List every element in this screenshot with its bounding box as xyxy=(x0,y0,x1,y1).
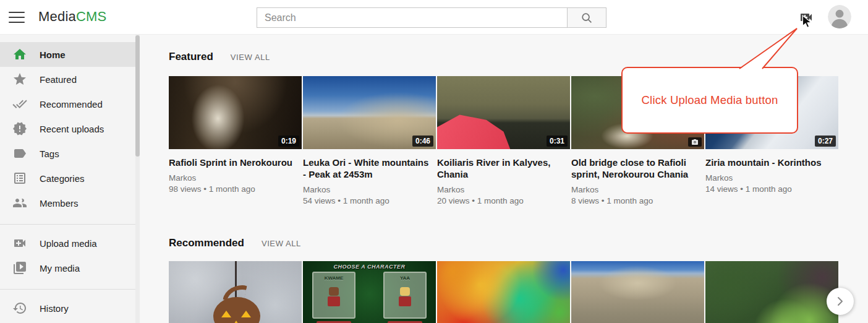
video-title[interactable]: Rafioli Sprint in Nerokourou xyxy=(169,157,298,168)
video-thumbnail[interactable]: 0:19 xyxy=(169,76,302,149)
video-card: 0:31 Koiliaris River in Kalyves, Chania … xyxy=(437,76,570,213)
star-icon xyxy=(12,72,27,87)
sidebar-item-label: Home xyxy=(40,50,66,60)
video-thumbnail[interactable] xyxy=(169,261,302,323)
chevron-right-icon xyxy=(835,296,846,307)
duration-badge: 0:19 xyxy=(278,136,299,147)
video-card: CHOOSE A CHARACTER KWAME YAA Selected Se… xyxy=(303,261,436,323)
video-card: 0:19 Rafioli Sprint in Nerokourou Markos… xyxy=(169,76,302,213)
game-heading: CHOOSE A CHARACTER xyxy=(303,264,436,270)
video-card xyxy=(437,261,570,323)
logo-text-media: Media xyxy=(38,9,76,24)
sidebar-item-label: Upload media xyxy=(40,238,97,249)
video-title[interactable]: Old bridge close to Rafioli sprint, Nero… xyxy=(571,157,700,180)
video-thumbnail[interactable] xyxy=(571,261,704,323)
sidebar-item-label: Members xyxy=(40,198,79,209)
sidebar-item-history[interactable]: History xyxy=(0,296,140,321)
video-library-icon xyxy=(12,261,27,275)
game-character-sprite xyxy=(327,287,341,308)
recommended-view-all-link[interactable]: VIEW ALL xyxy=(262,239,301,248)
video-meta: 54 views • 1 month ago xyxy=(303,196,432,205)
sidebar-item-label: Tags xyxy=(40,149,59,159)
sidebar-item-label: Recent uploads xyxy=(40,124,104,134)
sidebar-item-home[interactable]: Home xyxy=(0,42,140,67)
sidebar-item-label: History xyxy=(40,303,69,314)
video-author[interactable]: Markos xyxy=(437,185,566,194)
video-author[interactable]: Markos xyxy=(705,173,835,183)
video-thumbnail[interactable] xyxy=(705,261,838,323)
upload-media-icon xyxy=(12,236,27,251)
featured-view-all-link[interactable]: VIEW ALL xyxy=(231,53,270,62)
video-title[interactable]: Koiliaris River in Kalyves, Chania xyxy=(437,157,566,180)
sidebar-item-upload-media[interactable]: Upload media xyxy=(0,231,140,256)
recommended-videos-row: CHOOSE A CHARACTER KWAME YAA Selected Se… xyxy=(169,261,868,323)
carousel-next-button[interactable] xyxy=(827,288,854,315)
game-character-name: KWAME xyxy=(313,275,354,281)
sidebar-item-label: Categories xyxy=(40,173,85,184)
user-avatar[interactable] xyxy=(828,5,851,28)
sidebar-item-members[interactable]: Members xyxy=(0,191,140,215)
search-button[interactable] xyxy=(568,7,606,28)
video-author[interactable]: Markos xyxy=(571,185,700,194)
featured-section-header: Featured VIEW ALL xyxy=(169,51,868,63)
video-thumbnail[interactable]: CHOOSE A CHARACTER KWAME YAA Selected Se… xyxy=(303,261,436,323)
video-call-icon xyxy=(798,10,814,25)
sidebar-item-recent-uploads[interactable]: Recent uploads xyxy=(0,116,140,141)
video-meta: 98 views • 1 month ago xyxy=(169,184,298,194)
home-icon xyxy=(12,47,27,62)
sidebar-scrollbar-thumb[interactable] xyxy=(135,35,140,157)
search-bar xyxy=(257,7,606,28)
game-character-sprite xyxy=(398,287,412,308)
thumbnail-art xyxy=(231,321,241,323)
camera-icon xyxy=(691,139,699,146)
sidebar-item-label: Recommended xyxy=(40,99,103,110)
sidebar-item-categories[interactable]: Categories xyxy=(0,166,140,191)
photo-badge xyxy=(688,137,702,147)
video-thumbnail[interactable]: 0:46 xyxy=(303,76,436,149)
hamburger-menu-icon[interactable] xyxy=(9,11,25,24)
duration-badge: 0:46 xyxy=(412,136,433,147)
people-icon xyxy=(12,196,27,210)
video-card xyxy=(571,261,704,323)
video-thumbnail[interactable] xyxy=(437,261,570,323)
sidebar-item-my-media[interactable]: My media xyxy=(0,256,140,280)
section-title: Featured xyxy=(169,51,213,63)
app-logo[interactable]: MediaCMS xyxy=(38,9,106,25)
sidebar-item-recommended[interactable]: Recommended xyxy=(0,92,140,116)
annotation-text: Click Upload Media button xyxy=(642,93,778,107)
video-title[interactable]: Ziria mountain - Korinthos xyxy=(705,157,835,168)
sidebar-item-tags[interactable]: Tags xyxy=(0,141,140,166)
thumbnail-art xyxy=(221,311,231,317)
new-releases-icon xyxy=(12,121,27,136)
logo-text-cms: CMS xyxy=(76,9,107,24)
game-character-name: YAA xyxy=(385,275,425,281)
video-card xyxy=(169,261,302,323)
video-meta: 8 views • 1 month ago xyxy=(571,196,700,205)
video-meta: 14 views • 1 month ago xyxy=(705,184,835,194)
sidebar-divider xyxy=(0,224,140,225)
video-meta: 20 views • 1 month ago xyxy=(437,196,566,205)
sidebar-item-featured[interactable]: Featured xyxy=(0,67,140,92)
search-input[interactable] xyxy=(257,7,568,28)
video-title[interactable]: Leuka Ori - White mountains - Peak at 24… xyxy=(303,157,432,180)
sidebar-divider xyxy=(0,289,140,290)
double-check-icon xyxy=(12,97,27,111)
sidebar-item-label: My media xyxy=(40,263,80,273)
video-author[interactable]: Markos xyxy=(303,185,432,194)
sidebar: Home Featured Recommended Recent uploads xyxy=(0,35,140,323)
video-thumbnail[interactable]: 0:31 xyxy=(437,76,570,149)
person-icon xyxy=(828,5,851,28)
game-character-panel: KWAME xyxy=(312,272,355,319)
categories-icon xyxy=(12,171,27,186)
video-author[interactable]: Markos xyxy=(169,173,298,183)
duration-badge: 0:31 xyxy=(547,136,568,147)
video-card: 0:46 Leuka Ori - White mountains - Peak … xyxy=(303,76,436,213)
game-character-panel: YAA xyxy=(383,272,427,319)
annotation-callout: Click Upload Media button xyxy=(621,67,798,134)
sidebar-nav: Home Featured Recommended Recent uploads xyxy=(0,35,140,321)
thumbnail-art xyxy=(213,297,260,323)
duration-badge: 0:27 xyxy=(815,136,836,147)
upload-media-button[interactable] xyxy=(798,10,814,25)
sidebar-scrollbar-track[interactable] xyxy=(135,35,140,323)
section-title: Recommended xyxy=(169,237,244,249)
